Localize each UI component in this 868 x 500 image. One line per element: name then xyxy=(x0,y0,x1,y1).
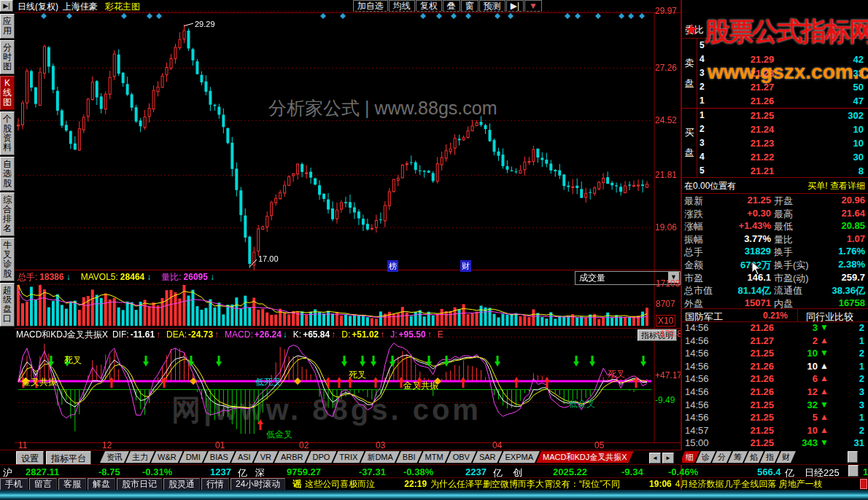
bottom-button-0[interactable]: 设置 xyxy=(16,451,44,465)
level-number: 4 xyxy=(700,152,705,162)
indicator-tab-SAR[interactable]: SAR xyxy=(473,451,503,463)
indicator-field-value: +51.02 xyxy=(352,329,379,340)
order-quantity: 47 xyxy=(853,95,864,106)
sidebar-item-4[interactable]: 自选股 xyxy=(0,157,15,191)
scroll-left-icon[interactable]: ◄ xyxy=(649,453,661,464)
tick-volume: 10 xyxy=(777,348,818,359)
volume-field-label: 总手: xyxy=(18,272,37,282)
trough-price-annotation: 17.00 xyxy=(258,254,279,263)
status-button-7[interactable]: 24小时滚动 xyxy=(230,478,285,491)
status-button-5[interactable]: 股灵通 xyxy=(163,478,200,491)
volume-axis-label: X10 xyxy=(656,315,675,327)
status-button-4[interactable]: 股市日记 xyxy=(117,478,162,491)
tick-row: 14:5621.266▲2 xyxy=(682,372,868,385)
quote-value: 20.96 xyxy=(841,195,865,206)
indicator-tab-DPO[interactable]: DPO xyxy=(306,451,337,463)
event-marker-blue[interactable]: 榜 xyxy=(387,260,398,272)
status-button-2[interactable]: 客服 xyxy=(58,478,86,491)
buy-label-char: 买 xyxy=(685,126,694,139)
volume-dropdown-label: 成交量 xyxy=(576,273,605,283)
indicator-tab-MTM[interactable]: MTM xyxy=(419,451,450,463)
quote-label: 最高 xyxy=(774,208,793,221)
event-marker-blue[interactable]: 财 xyxy=(460,260,471,272)
left-sidebar: ▶|应用分时图K线图个股资料自选股综合排名牛叉诊股超级盘口 xyxy=(0,0,15,500)
indicator-tab-OBV[interactable]: OBV xyxy=(446,451,476,463)
indicator-tab-TRIX[interactable]: TRIX xyxy=(333,451,364,463)
quote-value: 20.85 xyxy=(841,220,865,231)
sidebar-item-1[interactable]: 分时图 xyxy=(0,40,15,74)
sidebar-item-0[interactable]: 应用 xyxy=(0,14,15,39)
status-button-6[interactable]: 行情 xyxy=(201,478,229,491)
order-quantity: 302 xyxy=(848,110,864,121)
tick-row: 14:5721.2510▲2 xyxy=(682,424,868,437)
status-button-3[interactable]: 解盘 xyxy=(88,478,115,491)
tick-count: 1 xyxy=(859,361,864,372)
arrow-icon: ↑ xyxy=(156,329,160,340)
up-arrow-icon: ▲ xyxy=(820,361,829,371)
tick-price: 21.25 xyxy=(726,437,774,448)
tick-row: 14:5621.272▲1 xyxy=(682,335,868,347)
quote-value: +1.43% xyxy=(718,220,771,231)
indicator-tab-新DMA[interactable]: 新DMA xyxy=(360,451,399,463)
bottom-button-1[interactable]: 指标平台 xyxy=(46,451,91,465)
right-panel-tab-焰[interactable]: 焰 xyxy=(744,451,764,463)
sidebar-item-2[interactable]: K线图 xyxy=(0,76,15,110)
quote-value: 38.36亿 xyxy=(832,284,865,297)
collapse-icon[interactable]: ▶| xyxy=(0,0,13,12)
tick-volume: 10 xyxy=(777,425,818,436)
indicator-tab-资讯[interactable]: 资讯 xyxy=(100,451,129,463)
indicator-tab-DMI[interactable]: DMI xyxy=(179,451,207,463)
indicator-field-label: E xyxy=(438,329,443,340)
indicator-tab-主力[interactable]: 主力 xyxy=(125,451,155,463)
tick-time: 15:00 xyxy=(685,437,709,448)
sidebar-item-6[interactable]: 牛叉诊股 xyxy=(0,238,15,281)
tick-count: 2 xyxy=(859,348,864,359)
right-panel-tab-分[interactable]: 分 xyxy=(712,451,732,463)
sidebar-item-3[interactable]: 个股资料 xyxy=(0,112,15,155)
index-change: -8.75 xyxy=(98,466,120,477)
indicator-tab-ARBR[interactable]: ARBR xyxy=(274,451,310,463)
position-note-row[interactable]: 在0.00位置有 买单! 查看详细 xyxy=(682,177,868,194)
quote-label: 总手 xyxy=(684,246,703,259)
right-panel-tab-筹[interactable]: 筹 xyxy=(728,451,748,463)
right-panel-tab-细[interactable]: 细 xyxy=(680,451,700,463)
tick-time: 14:56 xyxy=(685,399,709,410)
down-arrow-icon: ↓ xyxy=(210,272,214,282)
scroll-right-icon[interactable]: ► xyxy=(662,453,674,464)
index-change: -37.31 xyxy=(359,466,386,477)
right-panel-tab-财[interactable]: 财 xyxy=(776,451,796,463)
indicator-tab-W&R[interactable]: W&R xyxy=(151,451,183,463)
indicator-signal-label: 死叉 xyxy=(349,369,366,381)
view-detail-link[interactable]: 买单! 查看详细 xyxy=(807,180,865,192)
tick-price: 21.25 xyxy=(726,348,774,359)
tick-time: 14:56 xyxy=(685,412,709,423)
right-panel-tab-指[interactable]: 指 xyxy=(760,451,780,463)
month-label: 11 xyxy=(18,440,27,450)
indicator-tab-EXPMA[interactable]: EXPMA xyxy=(499,451,540,463)
sidebar-item-7[interactable]: 超级盘口 xyxy=(0,283,15,327)
sidebar-item-5[interactable]: 综合排名 xyxy=(0,192,15,236)
tick-price: 21.25 xyxy=(726,399,774,410)
status-button-0[interactable]: 手机 xyxy=(0,478,28,491)
right-panel-tab-诊[interactable]: 诊 xyxy=(696,451,716,463)
tick-row: 14:5621.2610▲1 xyxy=(682,360,868,372)
ticker-alert-icon[interactable] xyxy=(860,479,867,489)
order-quantity: 30 xyxy=(853,152,864,163)
kline-chart-canvas[interactable] xyxy=(15,0,682,452)
price-axis-label: 21.81 xyxy=(655,170,677,180)
resize-left-button[interactable] xyxy=(848,451,858,463)
index-percent: -0.46% xyxy=(668,466,698,477)
up-arrow-icon: ▲ xyxy=(820,373,829,383)
tick-count: 2 xyxy=(859,373,864,384)
indicator-tab-BBI[interactable]: BBI xyxy=(396,451,422,463)
indicator-tab-ASI[interactable]: ASI xyxy=(231,451,257,463)
quote-row: 总手31829换手1.76% xyxy=(682,245,868,257)
indicator-pane-header: MACD和KDJ金叉共振XDIF:-11.61↑DEA:-24.73↑MACD:… xyxy=(16,329,452,340)
indicator-tab-VR[interactable]: VR xyxy=(254,451,278,463)
indicator-tab-active[interactable]: MACD和KDJ金叉共振X xyxy=(536,451,634,463)
quote-label: 流通值 xyxy=(774,284,802,297)
status-button-1[interactable]: 留言 xyxy=(29,478,57,491)
indicator-field-value: +95.50 xyxy=(399,329,426,340)
tick-volume: 3 xyxy=(777,322,818,333)
indicator-tab-BIAS[interactable]: BIAS xyxy=(204,451,235,463)
